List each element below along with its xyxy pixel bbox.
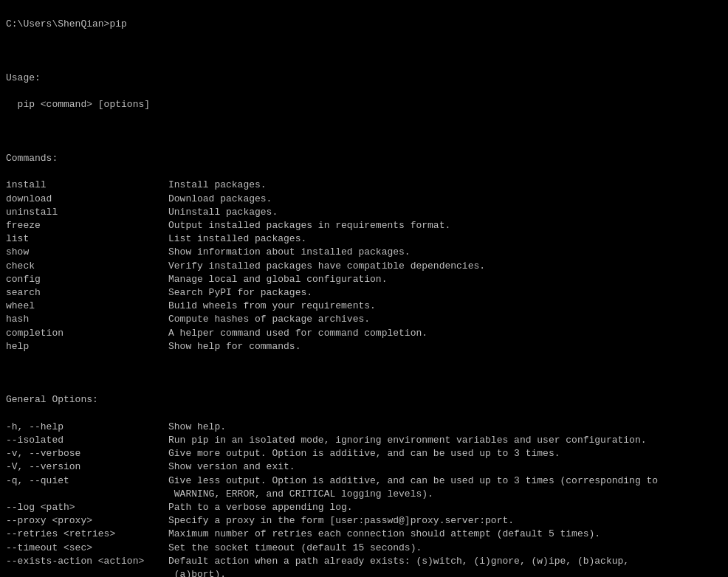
cmd-completion: completionA helper command used for comm…: [6, 327, 722, 340]
terminal-output: C:\Users\ShenQian>pip Usage: pip <comman…: [6, 4, 722, 179]
commands-label: Commands:: [6, 152, 722, 165]
cmd-wheel: wheelBuild wheels from your requirements…: [6, 300, 722, 313]
opt-exists-1: --exists-action <action>Default action w…: [6, 555, 722, 568]
usage-label: Usage:: [6, 72, 722, 85]
general-label: General Options:: [6, 393, 722, 407]
cmd-config: configManage local and global configurat…: [6, 273, 722, 286]
opt-version: -V, --versionShow version and exit.: [6, 460, 722, 474]
opt-verbose: -v, --verboseGive more output. Option is…: [6, 447, 722, 460]
prompt-line-1: C:\Users\ShenQian>pip: [6, 18, 722, 31]
cmd-uninstall: uninstallUninstall packages.: [6, 206, 722, 219]
cmd-check: checkVerify installed packages have comp…: [6, 260, 722, 273]
cmd-freeze: freezeOutput installed packages in requi…: [6, 219, 722, 232]
opt-retries: --retries <retries>Maximum number of ret…: [6, 528, 722, 541]
opt-isolated: --isolatedRun pip in an isolated mode, i…: [6, 434, 722, 447]
cmd-search: searchSearch PyPI for packages.: [6, 286, 722, 300]
opt-quiet-1: -q, --quietGive less output. Option is a…: [6, 474, 722, 488]
blank-after-commands: General Options:: [6, 353, 722, 421]
commands-list: installInstall packages. downloadDownloa…: [6, 179, 722, 353]
cmd-hash: hashCompute hashes of package archives.: [6, 313, 722, 326]
opt-quiet-2: WARNING, ERROR, and CRITICAL logging lev…: [6, 488, 722, 501]
opt-help: -h, --helpShow help.: [6, 421, 722, 434]
cmd-help: helpShow help for commands.: [6, 340, 722, 353]
cmd-download: downloadDownload packages.: [6, 193, 722, 206]
cmd-list: listList installed packages.: [6, 232, 722, 246]
options-list: -h, --helpShow help. --isolatedRun pip i…: [6, 421, 722, 577]
blank-line-2: [6, 125, 722, 139]
usage-cmd: pip <command> [options]: [6, 98, 722, 111]
opt-proxy: --proxy <proxy>Specify a proxy in the fo…: [6, 514, 722, 528]
cmd-show: showShow information about installed pac…: [6, 246, 722, 259]
opt-exists-2: (a)bort).: [6, 568, 722, 577]
opt-log: --log <path>Path to a verbose appending …: [6, 501, 722, 514]
blank-line-1: [6, 45, 722, 58]
cmd-install: installInstall packages.: [6, 179, 722, 192]
opt-timeout: --timeout <sec>Set the socket timeout (d…: [6, 542, 722, 555]
